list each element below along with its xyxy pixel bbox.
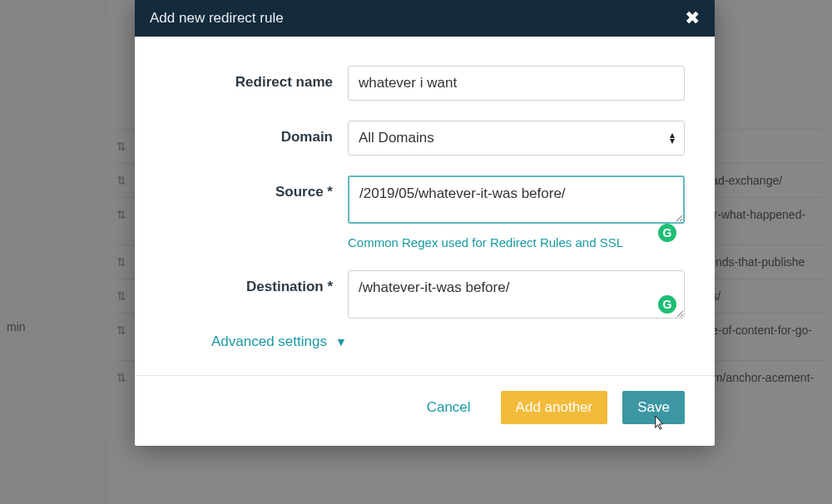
redirect-name-label: Redirect name xyxy=(165,66,348,91)
redirect-rule-modal: Add new redirect rule ✖ Redirect name Do… xyxy=(135,0,715,446)
destination-input[interactable] xyxy=(348,270,685,319)
cursor-icon xyxy=(651,414,666,432)
redirect-name-input[interactable] xyxy=(348,66,685,101)
source-label: Source * xyxy=(165,175,348,200)
save-button-label: Save xyxy=(637,399,670,415)
domain-label: Domain xyxy=(165,121,348,146)
regex-help-link[interactable]: Common Regex used for Redirect Rules and… xyxy=(348,235,623,250)
modal-header: Add new redirect rule ✖ xyxy=(135,0,715,37)
destination-row: Destination * G xyxy=(165,270,685,322)
add-another-button[interactable]: Add another xyxy=(501,391,608,424)
source-row: Source * G Common Regex used for Redirec… xyxy=(165,175,685,250)
advanced-settings-label: Advanced settings xyxy=(211,334,327,350)
domain-select[interactable]: All Domains xyxy=(348,121,685,156)
source-input[interactable] xyxy=(348,175,685,224)
close-icon[interactable]: ✖ xyxy=(685,9,700,27)
save-button[interactable]: Save xyxy=(622,391,685,424)
modal-title: Add new redirect rule xyxy=(150,10,284,27)
redirect-name-row: Redirect name xyxy=(165,66,685,101)
advanced-settings-toggle[interactable]: Advanced settings ▼ xyxy=(211,334,685,350)
cancel-button[interactable]: Cancel xyxy=(412,391,486,424)
modal-footer: Cancel Add another Save xyxy=(135,375,715,446)
chevron-down-icon: ▼ xyxy=(335,335,347,348)
domain-row: Domain All Domains ▴▾ xyxy=(165,121,685,156)
destination-label: Destination * xyxy=(165,270,348,295)
modal-body: Redirect name Domain All Domains ▴▾ Sour… xyxy=(135,37,715,375)
grammarly-icon: G xyxy=(658,224,676,242)
